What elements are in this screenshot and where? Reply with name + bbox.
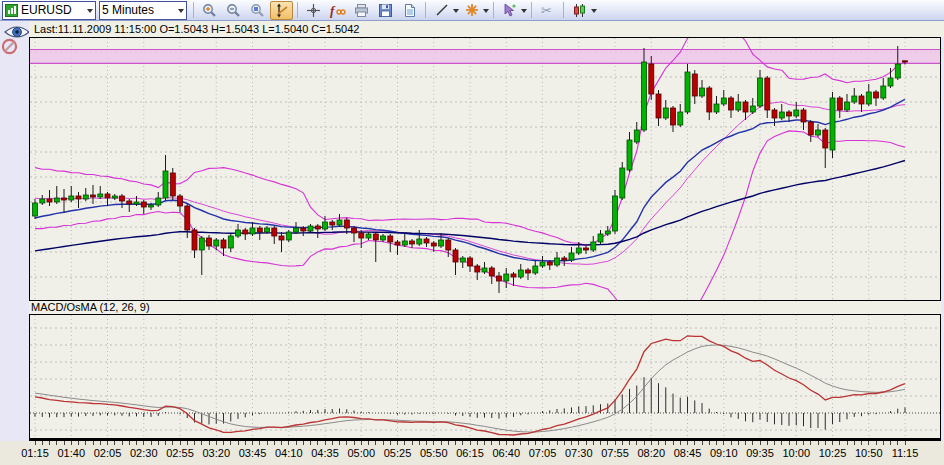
candle-down (526, 270, 531, 273)
candle-down (656, 94, 661, 118)
time-axis-label: 07:55 (601, 447, 629, 459)
time-tick (426, 441, 427, 445)
line-tool-button[interactable] (430, 1, 453, 20)
time-tick (470, 441, 471, 445)
candle-down (91, 195, 96, 197)
price-scale-tool-button[interactable] (270, 1, 293, 20)
time-axis-label: 07:05 (529, 447, 557, 459)
time-axis-label: 03:20 (202, 447, 230, 459)
price-chart-canvas[interactable] (30, 38, 940, 300)
last-quote-text: Last:11.11.2009 11:15:00 O=1.5043 H=1.50… (34, 23, 359, 35)
trading-app-window: { "toolbar": { "symbol": "EURUSD", "time… (0, 0, 944, 465)
symbol-combobox[interactable]: EURUSD (2, 1, 96, 20)
zoom-region-button[interactable] (246, 1, 269, 20)
time-tick (535, 441, 536, 445)
candle-down (388, 236, 393, 242)
crosshair-icon (306, 3, 321, 18)
time-tick (825, 441, 826, 445)
candle-up (605, 231, 610, 234)
indicators-button[interactable]: f (326, 1, 349, 20)
time-tick (383, 441, 384, 445)
candle-down (330, 222, 335, 225)
candle-down (489, 268, 494, 276)
time-tick (180, 441, 181, 445)
time-tick (201, 441, 202, 445)
save-button[interactable] (374, 1, 397, 20)
chevron-down-icon[interactable] (483, 9, 489, 16)
candle-up (663, 108, 668, 118)
time-axis-label: 02:30 (130, 447, 158, 459)
time-tick (680, 441, 681, 445)
time-tick (375, 441, 376, 445)
time-axis-label: 01:15 (21, 447, 49, 459)
time-axis-label: 08:45 (674, 447, 702, 459)
time-tick (267, 441, 268, 445)
chevron-down-icon[interactable] (591, 9, 597, 16)
candle-up (555, 258, 560, 265)
candle-up (816, 130, 821, 135)
document-icon (402, 3, 417, 18)
time-tick (288, 441, 289, 445)
candle-up (881, 86, 886, 98)
time-axis-label: 01:40 (57, 447, 85, 459)
time-tick (607, 441, 608, 445)
time-tick (172, 441, 173, 445)
candle-down (903, 61, 908, 62)
time-tick (143, 441, 144, 445)
candle-up (112, 196, 117, 198)
macd-panel[interactable] (29, 314, 941, 441)
report-button[interactable] (398, 1, 421, 20)
zoom-out-button[interactable] (222, 1, 245, 20)
price-chart-panel[interactable] (29, 37, 941, 301)
chevron-down-icon[interactable] (521, 9, 527, 16)
timeframe-combobox[interactable]: 5 Minutes (99, 1, 187, 20)
time-tick (578, 441, 579, 445)
time-tick (520, 441, 521, 445)
cut-tool-button[interactable]: ✂ (536, 1, 559, 20)
candles (33, 46, 908, 293)
time-tick (100, 441, 101, 445)
candle-up (866, 92, 871, 104)
time-tick (847, 441, 848, 445)
symbol-value: EURUSD (21, 3, 72, 17)
disable-prohibition-icon[interactable] (1, 38, 18, 55)
time-tick (723, 441, 724, 445)
time-tick (245, 441, 246, 445)
candle-up (294, 228, 299, 232)
chevron-down-icon (87, 9, 93, 16)
time-axis-label: 05:25 (384, 447, 412, 459)
time-axis-label: 06:40 (492, 447, 520, 459)
print-button[interactable] (350, 1, 373, 20)
time-axis-label: 10:50 (855, 447, 883, 459)
candle-down (772, 110, 777, 118)
chevron-down-icon[interactable] (453, 9, 459, 16)
shapes-tool-button[interactable] (460, 1, 483, 20)
zoom-in-button[interactable] (198, 1, 221, 20)
time-axis-label: 10:00 (782, 447, 810, 459)
candle-down (395, 242, 400, 245)
macd-canvas[interactable] (30, 315, 940, 437)
time-tick (890, 441, 891, 445)
magnifier-region-icon (250, 3, 265, 18)
chart-style-button[interactable] (568, 1, 591, 20)
crosshair-button[interactable] (302, 1, 325, 20)
time-tick (56, 441, 57, 445)
time-tick (49, 441, 50, 445)
candle-down (453, 250, 458, 262)
starburst-icon (465, 3, 479, 17)
indicator-label-strip: MACD/OsMA (12, 26, 9) (29, 301, 941, 314)
candle-down (787, 112, 792, 116)
time-tick (361, 441, 362, 445)
candle-up (830, 98, 835, 150)
svg-text:✂: ✂ (541, 3, 552, 18)
candle-down (562, 258, 567, 260)
candle-down (301, 228, 306, 231)
time-tick (549, 441, 550, 445)
time-tick (694, 441, 695, 445)
candle-down (170, 173, 175, 196)
pointer-tool-button[interactable] (498, 1, 521, 20)
candle-down (823, 130, 828, 148)
candle-up (721, 98, 726, 104)
floppy-disk-icon (378, 3, 393, 18)
candle-down (207, 238, 212, 246)
